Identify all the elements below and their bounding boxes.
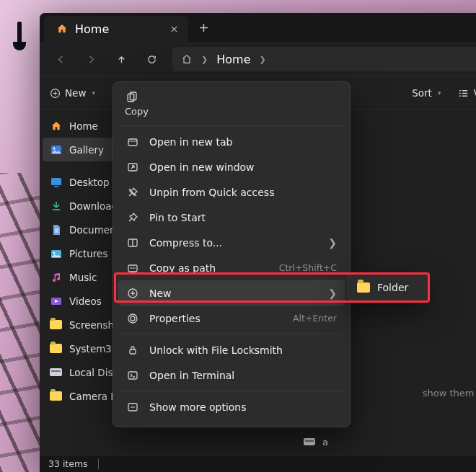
more-icon <box>126 401 139 414</box>
forward-button[interactable] <box>77 47 105 71</box>
folder-icon <box>50 344 62 353</box>
chevron-right-icon: ❯ <box>259 55 265 64</box>
new-submenu: Folder <box>348 274 428 301</box>
sidebar-item-label: Local Disk <box>69 367 118 378</box>
chevron-right-icon: ❯ <box>328 288 337 299</box>
menu-item-label: Unpin from Quick access <box>149 187 274 198</box>
up-button[interactable] <box>107 47 135 71</box>
tab-home[interactable]: Home <box>44 16 188 42</box>
menu-item-shortcut: Ctrl+Shift+C <box>279 262 337 273</box>
menu-item-new[interactable]: New ❯ <box>118 280 345 306</box>
menu-divider <box>119 334 344 334</box>
folder-icon <box>357 282 370 293</box>
sidebar-item-label: Videos <box>69 295 102 307</box>
breadcrumb-home[interactable]: Home <box>216 53 250 66</box>
home-icon <box>50 120 62 132</box>
chevron-down-icon: ▾ <box>438 89 441 97</box>
sidebar-item-label: Desktop <box>69 177 110 188</box>
copy-icon[interactable] <box>125 91 138 104</box>
chevron-right-icon: ❯ <box>201 55 208 64</box>
content-hint-text: show them here. <box>423 388 476 398</box>
view-label: View <box>473 87 476 99</box>
window-new-icon <box>126 161 139 174</box>
menu-item-label: New <box>149 288 172 299</box>
copy-label: Copy <box>125 106 149 117</box>
sidebar-item-label: Gallery <box>69 144 104 156</box>
sort-dropdown-button[interactable]: Sort ▾ <box>412 87 441 99</box>
svg-rect-3 <box>51 178 61 185</box>
pin-icon <box>126 211 139 224</box>
menu-item-label: Unlock with File Locksmith <box>149 344 283 356</box>
item-count: 33 items <box>48 458 88 469</box>
menu-item-copy-as-path[interactable]: Copy as path Ctrl+Shift+C <box>118 255 345 280</box>
tab-new-icon <box>126 135 139 148</box>
sidebar-item-label: Music <box>69 272 97 283</box>
menu-item-label: Show more options <box>149 401 247 413</box>
close-tab-icon[interactable] <box>170 25 178 33</box>
status-divider <box>98 459 99 469</box>
context-menu: Copy Open in new tab Open in new window … <box>113 81 351 427</box>
desktop-streetlamp <box>9 22 30 58</box>
back-button[interactable] <box>47 47 74 71</box>
svg-point-2 <box>53 147 55 149</box>
view-dropdown-button[interactable]: View ▾ <box>458 87 476 99</box>
refresh-button[interactable] <box>138 47 165 71</box>
terminal-icon <box>126 369 139 382</box>
lock-icon <box>126 344 139 357</box>
menu-item-compress[interactable]: Compress to... ❯ <box>118 230 345 255</box>
menu-divider <box>119 125 344 126</box>
navigation-bar: ❯ Home ❯ <box>40 42 476 76</box>
title-bar: Home <box>40 13 476 42</box>
menu-item-unpin[interactable]: Unpin from Quick access <box>118 179 345 205</box>
folder-icon <box>50 320 62 329</box>
menu-item-pin-to-start[interactable]: Pin to Start <box>118 205 345 230</box>
sort-label: Sort <box>412 87 432 99</box>
sidebar-item-label: Home <box>69 120 98 132</box>
home-icon <box>181 53 193 65</box>
address-bar[interactable]: ❯ Home ❯ <box>172 47 476 71</box>
drive-icon <box>304 438 315 445</box>
menu-item-open-terminal[interactable]: Open in Terminal <box>118 362 345 388</box>
copy-path-icon <box>126 262 139 275</box>
pictures-icon <box>50 247 62 259</box>
svg-point-6 <box>53 251 55 254</box>
svg-rect-15 <box>130 349 136 354</box>
tab-title: Home <box>75 22 109 36</box>
desktop-icon <box>50 176 62 188</box>
status-bar: 33 items <box>40 455 476 472</box>
menu-item-label: Compress to... <box>149 237 222 249</box>
documents-icon <box>50 223 62 236</box>
svg-rect-4 <box>54 186 58 187</box>
new-label: New <box>65 87 86 99</box>
new-icon <box>126 287 139 300</box>
menu-item-shortcut: Alt+Enter <box>293 313 337 324</box>
sidebar-item-label: Pictures <box>69 248 107 259</box>
menu-item-unlock-locksmith[interactable]: Unlock with File Locksmith <box>118 337 345 362</box>
menu-item-label: Pin to Start <box>149 212 206 223</box>
file-row[interactable]: a 8/16/ <box>304 432 476 452</box>
menu-item-properties[interactable]: Properties Alt+Enter <box>118 306 345 331</box>
gallery-icon <box>50 143 62 156</box>
context-menu-top-row: Copy <box>118 88 345 123</box>
folder-icon <box>50 391 62 401</box>
new-dropdown-button[interactable]: New ▾ <box>50 87 95 99</box>
home-icon <box>56 23 68 35</box>
svg-rect-10 <box>128 139 137 146</box>
unpin-icon <box>126 186 139 199</box>
menu-item-label: Properties <box>149 313 200 324</box>
new-tab-button[interactable] <box>188 13 219 42</box>
chevron-down-icon: ▾ <box>92 89 95 97</box>
menu-item-show-more[interactable]: Show more options <box>118 394 345 419</box>
menu-item-open-new-tab[interactable]: Open in new tab <box>118 129 345 154</box>
music-icon <box>50 271 62 283</box>
menu-divider <box>119 391 344 391</box>
svg-rect-16 <box>128 372 137 379</box>
properties-icon <box>126 312 139 325</box>
sidebar-item-label: System32 <box>69 343 118 355</box>
menu-item-open-new-window[interactable]: Open in new window <box>118 154 345 179</box>
drive-icon <box>50 368 62 376</box>
file-name: a <box>322 437 328 447</box>
videos-icon <box>50 295 62 307</box>
submenu-item-folder[interactable]: Folder <box>377 282 408 293</box>
menu-item-label: Copy as path <box>149 262 216 274</box>
